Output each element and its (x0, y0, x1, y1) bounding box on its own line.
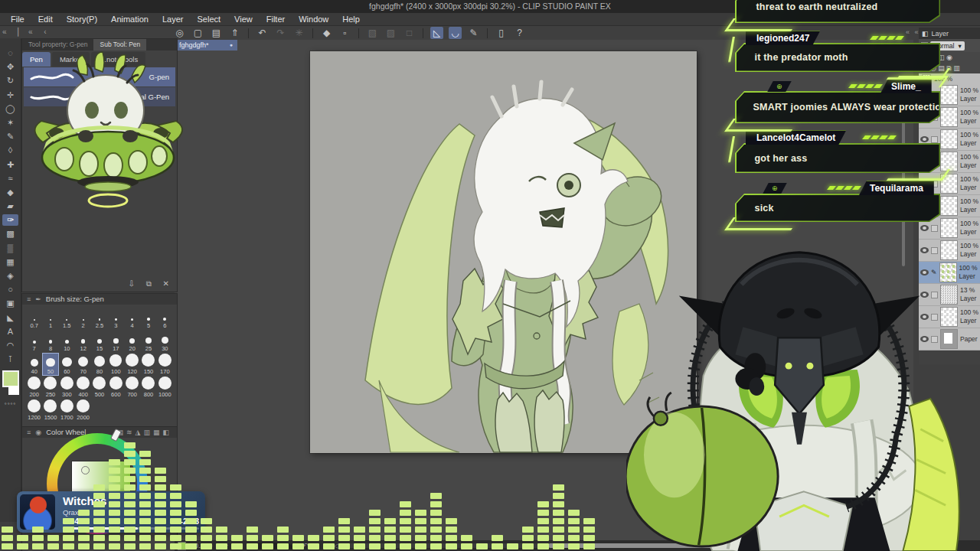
layer-row[interactable]: 100 %Layer (919, 84, 980, 106)
snap-ruler-icon[interactable]: ◺ (430, 27, 443, 39)
layer-checkbox[interactable] (931, 292, 938, 298)
snap-curve-icon[interactable]: ◡ (449, 27, 462, 39)
layer-row[interactable]: Paper (919, 328, 980, 350)
visibility-eye-icon[interactable] (920, 181, 929, 187)
brush-size-5[interactable]: 5 (140, 307, 156, 330)
reset-rotation-icon[interactable]: ⊙ (323, 542, 329, 549)
brush-size-1200[interactable]: 1200 (26, 399, 42, 422)
layer-checkbox[interactable] (931, 247, 938, 254)
brush-size-500[interactable]: 500 (91, 376, 107, 399)
zoom-tool[interactable]: ◌ (2, 47, 18, 59)
visibility-eye-icon[interactable] (920, 225, 929, 231)
brush-size-700[interactable]: 700 (124, 376, 140, 399)
brush-size-120[interactable]: 120 (124, 353, 140, 376)
brush-size-10[interactable]: 10 (59, 330, 75, 353)
menu-file[interactable]: File (11, 15, 24, 24)
brush-size-300[interactable]: 300 (59, 376, 75, 399)
balloon-tool[interactable]: ◠ (2, 340, 18, 351)
group-tab-marker[interactable]: Marker (52, 52, 90, 67)
blend-mode-dropdown[interactable]: Normal▾ (930, 41, 965, 51)
lasso-tool[interactable]: ◯ (2, 103, 18, 115)
brush-size-17[interactable]: 17 (108, 330, 124, 353)
opacity-value[interactable]: 100 % (934, 75, 952, 83)
layer-row[interactable]: 100 %Layer (919, 195, 980, 217)
brush-size-50[interactable]: 50 (42, 353, 58, 376)
tablet-mode-icon[interactable]: ▯ (495, 27, 508, 39)
flag-tool[interactable]: ◣ (2, 312, 18, 324)
brush-size-150[interactable]: 150 (140, 353, 156, 376)
marker-tool[interactable]: ▰ (2, 201, 18, 212)
sv-knob[interactable] (81, 466, 90, 474)
brush-size-12[interactable]: 12 (75, 330, 91, 353)
pen-tool[interactable]: ✑ (2, 214, 18, 226)
brush-size-400[interactable]: 400 (75, 376, 91, 399)
navigator-preview[interactable] (247, 543, 298, 549)
canvas-area[interactable] (175, 40, 913, 541)
rotate-left-icon[interactable]: ↶ (302, 542, 309, 549)
select-clear-icon[interactable]: □ (403, 27, 416, 39)
export-icon[interactable]: ⇑ (228, 27, 241, 39)
brush-size-800[interactable]: 800 (140, 376, 156, 399)
brush-size-30[interactable]: 30 (157, 330, 173, 353)
subtool-real-gpen[interactable]: Real G-Pen (24, 87, 175, 106)
redo-icon[interactable]: ↷ (274, 27, 287, 39)
brush-size-1700[interactable]: 1700 (59, 399, 75, 422)
brush-size-8[interactable]: 8 (42, 330, 58, 353)
brush-size-20[interactable]: 20 (124, 330, 140, 353)
layer-checkbox[interactable] (931, 203, 938, 210)
group-tab-pen[interactable]: Pen (22, 52, 51, 67)
zoom-slider-handle[interactable]: ▪ (217, 542, 220, 549)
brush-size-80[interactable]: 80 (91, 353, 107, 376)
visibility-eye-icon[interactable] (920, 269, 929, 276)
canvas-vertical-scrollbar[interactable] (902, 90, 905, 266)
help-icon[interactable]: ? (513, 27, 526, 39)
brush-size-170[interactable]: 170 (157, 353, 173, 376)
move-tool[interactable]: ✛ (2, 90, 18, 101)
blend-tool[interactable]: ≈ (2, 173, 18, 184)
flip-icon[interactable]: ◁ (333, 542, 338, 549)
refresh-icon[interactable]: ✳ (292, 27, 305, 39)
layer-tool-icons-row2[interactable]: ▭ ◎ ▤ ⧉ ▥ (919, 63, 980, 73)
layer-tool-icons-row1[interactable]: ▤ ✛ ◫ ◉ (919, 52, 980, 63)
brush-size-250[interactable]: 250 (42, 376, 58, 399)
gradient-tool[interactable]: ▩ (2, 228, 18, 240)
brush-size-2.5[interactable]: 2.5 (91, 307, 107, 330)
text-tool[interactable]: A (2, 326, 18, 337)
menu-window[interactable]: Window (299, 15, 328, 24)
group-tab-notetools[interactable]: …note tools (91, 52, 145, 67)
brush-size-2[interactable]: 2 (75, 307, 91, 330)
canvas-horizontal-scrollbar[interactable] (343, 543, 884, 548)
wand-tool[interactable]: ✶ (2, 117, 18, 129)
layer-checkbox[interactable] (931, 225, 938, 232)
eraser-pen-tool[interactable]: ◊ (2, 145, 18, 156)
fill-icon[interactable]: ◆ (320, 27, 333, 39)
hand-tool[interactable]: ✥ (2, 61, 18, 73)
layer-checkbox[interactable] (931, 136, 938, 143)
brush-size-40[interactable]: 40 (26, 353, 42, 376)
zoom-in-button[interactable]: + (224, 542, 228, 549)
layer-checkbox[interactable] (931, 158, 938, 165)
figure-tool[interactable]: ○ (2, 284, 18, 295)
menu-layer[interactable]: Layer (162, 15, 184, 24)
airbrush-tool[interactable]: ▒ (2, 243, 18, 254)
layer-row[interactable]: 100 %Layer (919, 240, 980, 262)
eraser-tool[interactable]: ◈ (2, 270, 18, 282)
menu-filter[interactable]: Filter (266, 15, 285, 24)
layer-row[interactable]: 100 %Layer (919, 173, 980, 195)
panel-collapse-arrows[interactable]: « « (906, 28, 920, 36)
clip-studio-icon[interactable]: ◎ (173, 27, 186, 39)
brush-size-200[interactable]: 200 (26, 376, 42, 399)
visibility-eye-icon[interactable] (920, 336, 929, 342)
panel-footer-icons[interactable]: ⇩ ⧉ ✕ (129, 279, 174, 289)
layers-tab-label[interactable]: Layer (932, 30, 949, 37)
brush-size-60[interactable]: 60 (59, 353, 75, 376)
rotate-view-tool[interactable]: ↻ (2, 75, 18, 86)
layer-row[interactable]: 100 %Layer (919, 129, 980, 151)
tab-tool-property[interactable]: Tool property: G-pen (22, 39, 93, 51)
fill-tool[interactable]: ◆ (2, 187, 18, 198)
panel-tool[interactable]: ▣ (2, 298, 18, 309)
visibility-eye-icon[interactable] (920, 136, 929, 142)
layer-row[interactable]: ✎100 %Layer (919, 262, 980, 284)
brush-size-1000[interactable]: 1000 (157, 376, 173, 399)
eyedropper-tool[interactable]: ✎ (2, 131, 18, 142)
